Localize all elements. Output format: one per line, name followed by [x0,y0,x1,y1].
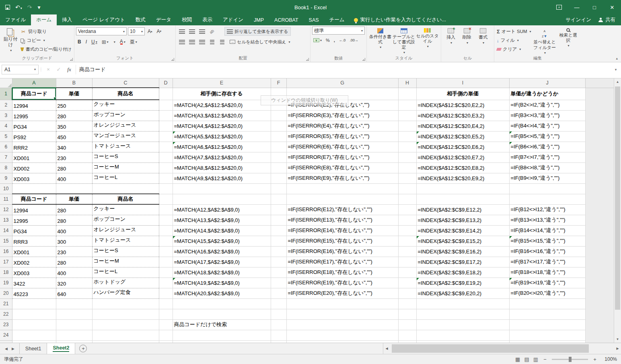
row-header-3[interactable]: 3 [0,110,12,121]
collapse-ribbon-icon[interactable]: ▴ [616,56,618,60]
cell-I9[interactable]: =INDEX($A$12:$C$20,E9,2) [416,173,509,183]
cell-E7[interactable]: =MATCH(A7,$A$12:$A$20,0) [173,152,271,162]
cell-B22[interactable] [56,309,92,319]
cell-E12[interactable]: =MATCH(A12,$A$2:$A$9,0) [173,204,271,215]
cell-B7[interactable]: 230 [56,152,92,162]
vertical-scroll-thumb[interactable] [615,86,620,310]
cell-B11[interactable]: 単価 [56,194,92,204]
row-header-25[interactable]: 25 [0,340,12,343]
cell-J19[interactable]: =IF(B19<>I19,"違う","") [509,278,585,288]
cell-H16[interactable] [398,246,416,257]
cell-G16[interactable]: =IF(ISERROR(E16),"存在しない","") [286,246,398,257]
cell-H22[interactable] [398,309,416,319]
column-header-B[interactable]: B [56,78,92,88]
cell-C2[interactable]: クッキー [92,100,159,110]
cell-H8[interactable] [398,162,416,173]
cell-F3[interactable] [271,110,286,121]
cell-G4[interactable]: =IF(ISERROR(E4),"存在しない","") [286,121,398,131]
cell-C3[interactable]: ポップコーン [92,110,159,121]
cell-H15[interactable] [398,236,416,246]
cell-G11[interactable] [286,194,398,204]
cell-E24[interactable] [173,330,271,340]
row-header-4[interactable]: 4 [0,121,12,131]
tell-me-box[interactable]: 実行したい作業を入力してください... [354,14,446,25]
format-painter-button[interactable]: 書式のコピー/貼り付け [20,45,72,53]
cell-C24[interactable] [92,330,159,340]
zoom-in-button[interactable]: + [592,356,598,362]
cell-A20[interactable]: 45223 [12,288,56,298]
cell-F7[interactable] [271,152,286,162]
cell-G15[interactable]: =IF(ISERROR(E15),"存在しない","") [286,236,398,246]
zoom-out-button[interactable]: − [542,356,548,362]
cell-D3[interactable] [159,110,173,121]
cell-G5[interactable]: =IF(ISERROR(E5),"存在しない","") [286,131,398,142]
cell-J11[interactable] [509,194,585,204]
cell-C11[interactable]: 商品名 [92,194,159,204]
cell-E6[interactable]: =MATCH(A6,$A$12:$A$20,0) [173,142,271,152]
normal-view-button[interactable]: ▦ [515,356,520,362]
fill-color-button[interactable]: ▾ [111,38,117,46]
cell-G24[interactable] [286,330,398,340]
cell-D8[interactable] [159,162,173,173]
cell-F14[interactable] [271,225,286,236]
scroll-right-icon[interactable]: ▶ [614,347,621,350]
row-header-18[interactable]: 18 [0,267,12,278]
cell-I1[interactable]: 相手側の単価 [416,88,509,100]
cell-J14[interactable]: =IF(B14<>I14,"違う","") [509,225,585,236]
cell-G25[interactable] [286,340,398,343]
align-right-icon[interactable] [197,38,206,46]
cell-I16[interactable]: =INDEX($A$2:$C$9,E16,2) [416,246,509,257]
cell-E22[interactable] [173,309,271,319]
align-left-icon[interactable] [177,38,186,46]
cell-H10[interactable] [398,183,416,194]
cell-J22[interactable] [509,309,585,319]
cell-G12[interactable]: =IF(ISERROR(E12),"存在しない","") [286,204,398,215]
cell-B24[interactable] [56,330,92,340]
cell-D12[interactable] [159,204,173,215]
cell-D10[interactable] [159,183,173,194]
cell-H21[interactable] [398,298,416,309]
cell-A12[interactable]: 12994 [12,204,56,215]
top-align-icon[interactable] [177,27,186,36]
cell-F25[interactable] [271,340,286,343]
redo-icon[interactable]: ↷ [27,4,32,10]
cell-G3[interactable]: =IF(ISERROR(E3),"存在しない","") [286,110,398,121]
sign-in-button[interactable]: サインイン [565,16,591,23]
cell-B13[interactable]: 280 [56,215,92,225]
cell-E3[interactable]: =MATCH(A3,$A$12:$A$20,0) [173,110,271,121]
cell-I4[interactable]: =INDEX($A$12:$C$20,E4,2) [416,121,509,131]
cell-D2[interactable] [159,100,173,110]
cell-A21[interactable] [12,298,56,309]
bottom-align-icon[interactable] [197,27,206,36]
row-header-15[interactable]: 15 [0,236,12,246]
cell-H5[interactable] [398,131,416,142]
cell-E11[interactable] [173,194,271,204]
cell-I22[interactable] [416,309,509,319]
cell-E23[interactable]: 商品コードだけで検索 [173,319,271,330]
cell-C22[interactable] [92,309,159,319]
cell-A16[interactable]: XD001 [12,246,56,257]
cell-D21[interactable] [159,298,173,309]
cell-F15[interactable] [271,236,286,246]
cell-A15[interactable]: RRR3 [12,236,56,246]
cell-I3[interactable]: =INDEX($A$12:$C$20,E3,2) [416,110,509,121]
cell-E10[interactable] [173,183,271,194]
cell-I25[interactable] [416,340,509,343]
cell-B15[interactable]: 300 [56,236,92,246]
cell-J3[interactable]: =IF(B3<>I3,"違う","") [509,110,585,121]
row-header-19[interactable]: 19 [0,278,12,288]
cell-I11[interactable] [416,194,509,204]
row-header-5[interactable]: 5 [0,131,12,142]
row-header-9[interactable]: 9 [0,173,12,183]
minimize-button[interactable]: — [568,0,586,14]
cell-I15[interactable]: =INDEX($A$2:$C$9,E15,2) [416,236,509,246]
cell-B25[interactable] [56,340,92,343]
cell-D16[interactable] [159,246,173,257]
cell-I20[interactable]: =INDEX($A$2:$C$9,E20,2) [416,288,509,298]
cell-A24[interactable] [12,330,56,340]
sheet-tab-sheet2[interactable]: Sheet2 [47,343,75,354]
cell-styles-button[interactable]: セルのスタイル▾ [415,27,439,55]
cell-G10[interactable] [286,183,398,194]
cell-I14[interactable]: =INDEX($A$2:$C$9,E14,2) [416,225,509,236]
borders-button[interactable]: ⊞▾ [100,38,110,46]
